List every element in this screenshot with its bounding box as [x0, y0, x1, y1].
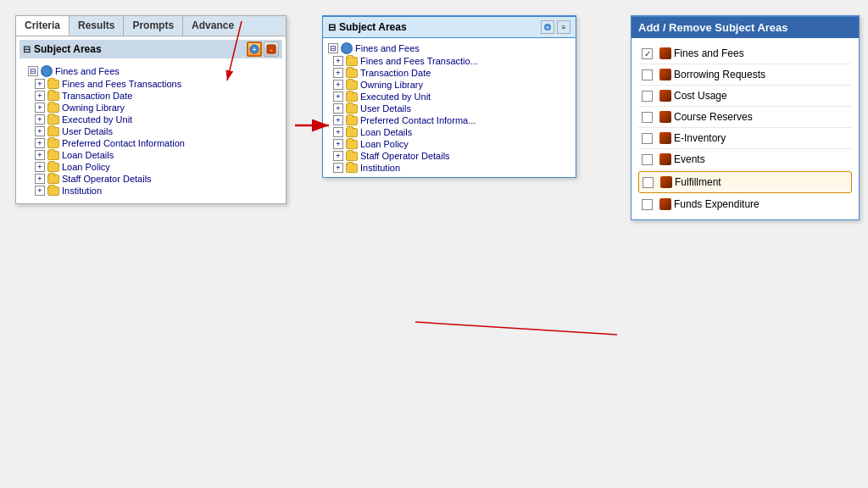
- item-label: Loan Details: [360, 127, 412, 137]
- folder-icon: [346, 69, 358, 78]
- folder-icon: [346, 104, 358, 114]
- right-panel: Add / Remove Subject Areas Fines and Fee…: [631, 15, 860, 220]
- subject-area-item-fines-fees[interactable]: Fines and Fees: [638, 43, 852, 64]
- subject-area-item-events[interactable]: Events: [638, 149, 852, 170]
- subject-area-item-cost-usage[interactable]: Cost Usage: [638, 86, 852, 107]
- subject-area-item-einventory[interactable]: E-Inventory: [638, 128, 852, 149]
- item-label-cost-usage: Cost Usage: [674, 90, 727, 102]
- expand-icon: +: [35, 126, 45, 136]
- item-label: Transaction Date: [62, 91, 132, 101]
- list-item[interactable]: + Staff Operator Details: [21, 173, 281, 185]
- expand-icon: +: [35, 138, 45, 148]
- left-panel-content: ⊟ Subject Areas + -: [16, 36, 286, 203]
- item-label: Borrowing Requests: [674, 69, 765, 80]
- list-item[interactable]: + Executed by Unit: [21, 114, 281, 125]
- list-item[interactable]: + Staff Operator Details: [326, 150, 572, 162]
- folder-icon: [47, 92, 59, 101]
- remove-subject-area-btn[interactable]: -: [264, 42, 279, 57]
- cube-icon: [659, 47, 671, 59]
- item-label: Loan Policy: [62, 162, 110, 172]
- checkbox-funds[interactable]: [642, 199, 653, 210]
- list-item[interactable]: + Owning Library: [326, 79, 572, 91]
- expand-icon: +: [333, 127, 343, 137]
- tree-container: ⊟ Fines and Fees + Fines and Fees Transa…: [19, 61, 282, 200]
- collapse-icon: ⊟: [328, 22, 336, 33]
- globe-icon: [341, 42, 353, 54]
- list-item[interactable]: + Transaction Date: [21, 90, 281, 102]
- list-item[interactable]: + Institution: [326, 162, 572, 174]
- item-label: Preferred Contact Informa...: [360, 115, 476, 125]
- expand-icon: ⊟: [328, 43, 338, 53]
- svg-text:≡: ≡: [562, 24, 566, 31]
- tab-advanced[interactable]: Advance: [183, 16, 242, 36]
- folder-icon: [47, 175, 59, 184]
- item-label: Executed by Unit: [62, 114, 132, 125]
- expand-icon: +: [333, 56, 343, 66]
- list-item[interactable]: + User Details: [21, 125, 281, 137]
- item-label: Institution: [62, 186, 102, 196]
- expand-icon: +: [35, 114, 45, 125]
- checkbox-borrowing[interactable]: [642, 69, 653, 80]
- list-item[interactable]: + User Details: [326, 103, 572, 114]
- expand-icon: +: [35, 150, 45, 160]
- middle-tree-root[interactable]: ⊟ Fines and Fees: [326, 42, 572, 55]
- checkbox-einventory[interactable]: [642, 133, 653, 144]
- list-item[interactable]: + Transaction Date: [326, 67, 572, 79]
- cube-icon: [660, 176, 672, 188]
- checkbox-fines-fees[interactable]: [642, 48, 653, 59]
- subject-area-item-borrowing[interactable]: Borrowing Requests: [638, 64, 852, 86]
- checkbox-cost-usage[interactable]: [642, 91, 653, 102]
- tab-results[interactable]: Results: [70, 16, 124, 36]
- folder-icon: [346, 128, 358, 137]
- list-item[interactable]: + Loan Policy: [21, 161, 281, 173]
- middle-panel-icon-btn[interactable]: +: [541, 20, 554, 34]
- folder-icon: [47, 163, 59, 172]
- cube-icon: [659, 132, 671, 144]
- subject-area-item-fulfillment[interactable]: Fulfillment: [638, 171, 852, 193]
- list-item[interactable]: + Fines and Fees Transactio...: [326, 55, 572, 67]
- list-item[interactable]: + Owning Library: [21, 102, 281, 114]
- expand-icon: +: [333, 163, 343, 173]
- add-subject-area-btn[interactable]: +: [247, 42, 262, 57]
- cube-icon: [659, 153, 671, 165]
- expand-icon: +: [35, 162, 45, 172]
- middle-panel-title-bar: ⊟ Subject Areas + ≡: [323, 17, 576, 38]
- list-item[interactable]: + Fines and Fees Transactions: [21, 78, 281, 90]
- expand-icon: +: [333, 139, 343, 149]
- item-label: Funds Expenditure: [674, 198, 760, 210]
- globe-icon: [41, 65, 53, 77]
- checkbox-events[interactable]: [642, 154, 653, 165]
- list-item[interactable]: + Loan Policy: [326, 138, 572, 150]
- subject-area-item-funds[interactable]: Funds Expenditure: [638, 194, 852, 214]
- cube-icon: [659, 69, 671, 80]
- svg-text:+: +: [546, 25, 549, 30]
- expand-icon: ⊟: [28, 66, 38, 76]
- folder-icon: [346, 80, 358, 90]
- list-item[interactable]: + Preferred Contact Informa...: [326, 114, 572, 126]
- list-item[interactable]: + Institution: [21, 185, 281, 197]
- checkbox-fulfillment[interactable]: [643, 177, 654, 188]
- item-label: Owning Library: [360, 80, 423, 90]
- toolbar-icons: + -: [247, 42, 279, 57]
- tab-prompts[interactable]: Prompts: [124, 16, 183, 36]
- list-item[interactable]: + Loan Details: [326, 126, 572, 138]
- item-label: Staff Operator Details: [62, 174, 152, 184]
- cube-icon: [659, 198, 671, 210]
- expand-icon: +: [333, 80, 343, 90]
- folder-icon: [47, 103, 59, 113]
- item-label: Events: [674, 153, 705, 165]
- item-label: Staff Operator Details: [360, 151, 450, 161]
- tree-root-fines-fees[interactable]: ⊟ Fines and Fees: [21, 64, 281, 78]
- tab-criteria[interactable]: Criteria: [16, 16, 70, 36]
- list-item[interactable]: + Executed by Unit: [326, 91, 572, 103]
- middle-panel-icon-btn2[interactable]: ≡: [557, 20, 570, 34]
- item-label: User Details: [360, 103, 411, 114]
- folder-icon: [346, 140, 358, 149]
- checkbox-course-reserves[interactable]: [642, 112, 653, 123]
- item-label: User Details: [62, 126, 113, 136]
- folder-icon: [47, 80, 59, 89]
- subject-area-item-course-reserves[interactable]: Course Reserves: [638, 107, 852, 128]
- list-item[interactable]: + Loan Details: [21, 149, 281, 161]
- middle-panel: ⊟ Subject Areas + ≡ ⊟ Fines and Fees +: [322, 15, 576, 178]
- list-item[interactable]: + Preferred Contact Information: [21, 137, 281, 149]
